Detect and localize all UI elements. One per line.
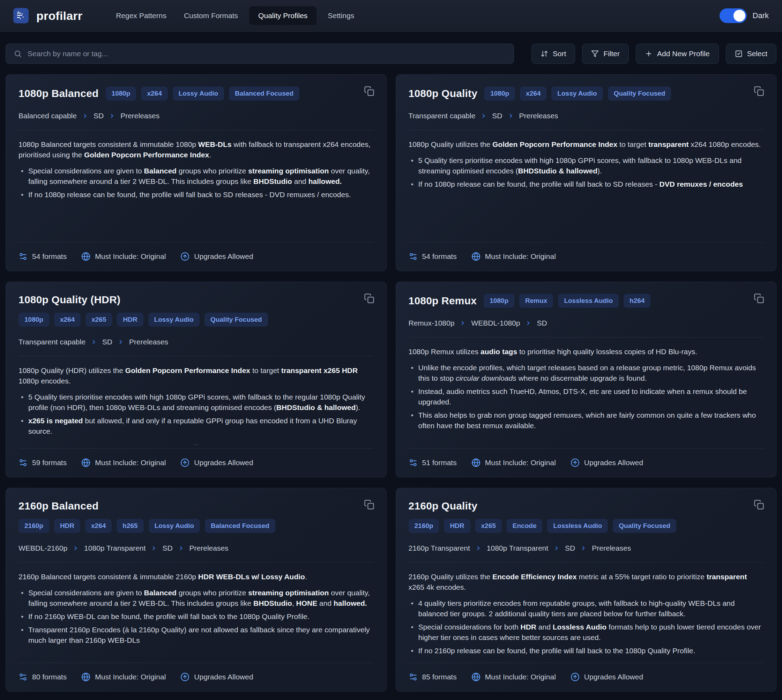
tag-pill: x264 [520,87,547,100]
must-include: Must Include: Original [472,672,556,682]
copy-profile-button[interactable] [752,498,765,512]
theme-toggle: Dark [720,8,769,23]
tag-pill: 1080p [18,313,49,327]
plus-icon [645,50,652,58]
profile-bullets: 5 Quality tiers prioritise encodes with … [18,392,374,437]
formats-count: 59 formats [18,458,67,467]
upgrades-allowed: Upgrades Allowed [180,458,253,467]
sliders-icon [409,252,418,261]
profile-description: 2160p Balanced targets consistent & immu… [18,572,374,582]
copy-profile-button[interactable] [752,292,765,306]
profile-card[interactable]: 1080p Balanced 1080px264Lossy AudioBalan… [6,74,387,271]
copy-profile-button[interactable] [363,498,376,512]
sliders-icon [18,458,28,467]
add-new-profile-label: Add New Profile [657,50,710,58]
arrow-up-circle-icon [180,458,190,467]
profile-title: 1080p Balanced [18,88,99,100]
upgrades-allowed: Upgrades Allowed [180,252,253,261]
upgrades-allowed: Upgrades Allowed [570,672,643,682]
bullet-item: If no 1080p release can be found, the pr… [18,190,374,200]
profile-description: 1080p Quality (HDR) utilizes the Golden … [18,365,374,386]
bullet-item: Instead, audio metrics such TrueHD, Atmo… [409,386,764,407]
bullet-item: Special considerations for both HDR and … [409,622,764,643]
formats-count: 80 formats [18,672,67,682]
tag-pill: HDR [54,519,80,533]
bullet-item: Special considerations are given to Bala… [18,166,374,187]
formats-count-label: 80 formats [32,673,67,681]
copy-profile-button[interactable] [363,292,376,306]
breadcrumb: Balanced capableSDPrereleases [18,112,374,120]
breadcrumb-item: Transparent capable [18,338,85,346]
profile-bullets: Unlike the encode profiles, which target… [409,363,764,431]
filter-button[interactable]: Filter [582,43,629,64]
profile-description: 1080p Quality utilizes the Golden Popcor… [409,139,764,150]
bullet-item: Transparent 2160p Encodes (à la 2160p Qu… [18,625,374,645]
tab-quality-profiles[interactable]: Quality Profiles [249,6,317,25]
profile-bullets: 5 Quality tiers prioritise encodes with … [409,155,764,190]
formats-count-label: 54 formats [422,252,457,261]
must-include: Must Include: Original [81,458,166,467]
tag-pill: Quality Focused [205,313,268,327]
toolbar: Sort Filter Add New Profile Select [6,43,776,64]
chevron-right-icon [91,339,97,345]
arrow-up-circle-icon [180,252,190,261]
search-icon [13,50,22,58]
tag-list: 1080px264Lossy AudioBalanced Focused [106,87,299,100]
chevron-right-icon [508,113,514,119]
copy-icon [754,86,764,96]
copy-profile-button[interactable] [752,85,765,99]
checkbox-icon [735,50,742,58]
tag-pill: Lossy Audio [148,313,200,327]
profile-card[interactable]: 1080p Quality 1080px264Lossy AudioQualit… [396,74,777,271]
upgrades-allowed-label: Upgrades Allowed [584,458,643,467]
bullet-item: If no 2160p release can be found, the pr… [409,645,764,656]
chevron-right-icon [178,545,184,551]
brand-name: profilarr [36,9,82,23]
breadcrumb-item: Transparent capable [409,112,475,120]
sort-button[interactable]: Sort [532,43,575,64]
breadcrumb: Remux-1080pWEBDL-1080pSD [409,319,764,327]
search-input[interactable] [28,50,506,58]
search-box [6,43,514,64]
profile-card[interactable]: 2160p Balanced 2160pHDRx264h265Lossy Aud… [6,488,387,692]
upgrades-allowed: Upgrades Allowed [180,672,253,682]
chevron-right-icon [580,545,587,551]
breadcrumb-item: SD [492,112,502,120]
chevron-right-icon [460,320,466,326]
tag-list: 1080pRemuxLossless Audioh264 [484,294,650,308]
profiles-grid: 1080p Balanced 1080px264Lossy AudioBalan… [6,74,776,692]
profile-footer: 51 formats Must Include: Original Upgrad… [409,449,764,467]
arrow-up-circle-icon [180,672,190,682]
select-button[interactable]: Select [726,43,776,64]
copy-profile-button[interactable] [363,85,376,99]
breadcrumb-item: Prereleases [129,338,168,346]
tag-list: 1080px264x265HDRLossy AudioQuality Focus… [18,313,268,327]
breadcrumb-item: Prereleases [519,112,558,120]
bullet-item: 5 Quality tiers prioritise encodes with … [409,155,764,176]
profile-body: 1080p Remux utilizes audio tags to prior… [409,337,764,448]
profile-card[interactable]: 2160p Quality 2160pHDRx265EncodeLossless… [396,488,777,692]
profile-footer: 54 formats Must Include: Original Upgrad… [18,243,374,261]
breadcrumb: WEBDL-2160p1080p TransparentSDPrerelease… [18,544,374,552]
tab-custom-formats[interactable]: Custom Formats [178,6,244,25]
chevron-right-icon [480,113,487,119]
sliders-icon [409,458,418,467]
theme-toggle-label: Dark [753,11,769,20]
tab-settings[interactable]: Settings [322,6,360,25]
tab-regex-patterns[interactable]: Regex Patterns [110,6,173,25]
card-header: 1080p Balanced 1080px264Lossy AudioBalan… [18,87,374,100]
bullet-item: If no 2160p WEB-DL can be found, the pro… [18,612,374,622]
breadcrumb-item: Prereleases [120,112,160,120]
profile-card[interactable]: 1080p Remux 1080pRemuxLossless Audioh264… [396,282,777,477]
chevron-right-icon [151,545,157,551]
bullet-item: Special considerations are given to Bala… [18,588,374,608]
copy-icon [364,293,374,303]
theme-toggle-switch[interactable] [720,8,747,23]
profile-card[interactable]: 1080p Quality (HDR) 1080px264x265HDRLoss… [6,282,387,477]
breadcrumb: Transparent capableSDPrereleases [409,112,764,120]
breadcrumb-item: 1080p Transparent [84,544,145,552]
add-new-profile-button[interactable]: Add New Profile [636,43,719,64]
app-logo-icon [13,8,28,23]
breadcrumb-item: WEBDL-2160p [18,544,67,552]
upgrades-allowed-label: Upgrades Allowed [194,673,253,681]
